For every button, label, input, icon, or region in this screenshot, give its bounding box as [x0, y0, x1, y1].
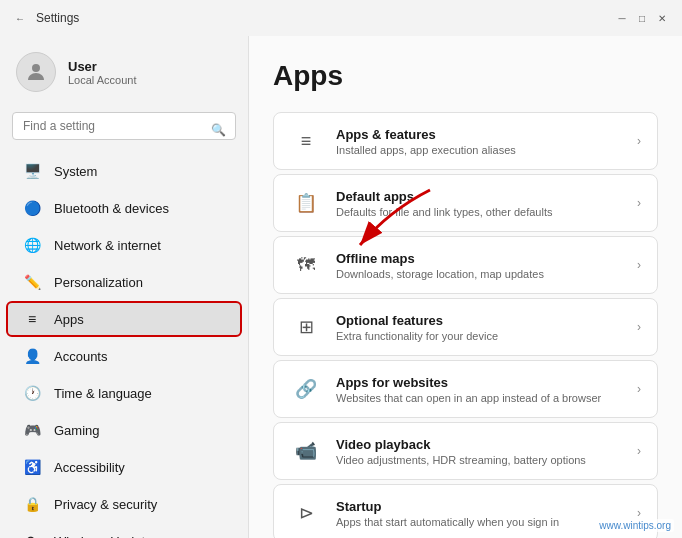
- sidebar-item-personalization[interactable]: ✏️Personalization: [6, 264, 242, 300]
- sidebar-item-network[interactable]: 🌐Network & internet: [6, 227, 242, 263]
- page-title: Apps: [273, 60, 658, 92]
- chevron-icon-video-playback: ›: [637, 444, 641, 458]
- setting-item-optional-features[interactable]: ⊞Optional featuresExtra functionality fo…: [273, 298, 658, 356]
- apps-websites-icon: 🔗: [290, 373, 322, 405]
- close-button[interactable]: ✕: [654, 10, 670, 26]
- back-button[interactable]: ←: [12, 10, 28, 26]
- watermark: www.wintips.org: [596, 519, 674, 532]
- sidebar-item-label-time: Time & language: [54, 386, 152, 401]
- sidebar-item-time[interactable]: 🕐Time & language: [6, 375, 242, 411]
- setting-desc-default-apps: Defaults for file and link types, other …: [336, 206, 637, 218]
- offline-maps-icon: 🗺: [290, 249, 322, 281]
- setting-text-offline-maps: Offline mapsDownloads, storage location,…: [336, 251, 637, 280]
- accessibility-icon: ♿: [22, 457, 42, 477]
- user-info: User Local Account: [68, 59, 137, 86]
- title-bar: ← Settings ─ □ ✕: [0, 0, 682, 36]
- setting-item-apps-features[interactable]: ≡Apps & featuresInstalled apps, app exec…: [273, 112, 658, 170]
- chevron-icon-apps-websites: ›: [637, 382, 641, 396]
- settings-list: ≡Apps & featuresInstalled apps, app exec…: [273, 112, 658, 538]
- sidebar-item-privacy[interactable]: 🔒Privacy & security: [6, 486, 242, 522]
- update-icon: ⟳: [22, 531, 42, 538]
- setting-desc-startup: Apps that start automatically when you s…: [336, 516, 637, 528]
- bluetooth-icon: 🔵: [22, 198, 42, 218]
- privacy-icon: 🔒: [22, 494, 42, 514]
- setting-name-startup: Startup: [336, 499, 637, 514]
- sidebar-item-gaming[interactable]: 🎮Gaming: [6, 412, 242, 448]
- setting-desc-optional-features: Extra functionality for your device: [336, 330, 637, 342]
- setting-item-video-playback[interactable]: 📹Video playbackVideo adjustments, HDR st…: [273, 422, 658, 480]
- window-title: Settings: [36, 11, 79, 25]
- optional-features-icon: ⊞: [290, 311, 322, 343]
- setting-text-video-playback: Video playbackVideo adjustments, HDR str…: [336, 437, 637, 466]
- setting-text-default-apps: Default appsDefaults for file and link t…: [336, 189, 637, 218]
- sidebar-item-label-apps: Apps: [54, 312, 84, 327]
- setting-name-video-playback: Video playback: [336, 437, 637, 452]
- setting-item-offline-maps[interactable]: 🗺Offline mapsDownloads, storage location…: [273, 236, 658, 294]
- setting-desc-apps-features: Installed apps, app execution aliases: [336, 144, 637, 156]
- sidebar-item-label-gaming: Gaming: [54, 423, 100, 438]
- sidebar-item-label-system: System: [54, 164, 97, 179]
- sidebar-item-system[interactable]: 🖥️System: [6, 153, 242, 189]
- minimize-button[interactable]: ─: [614, 10, 630, 26]
- chevron-icon-default-apps: ›: [637, 196, 641, 210]
- content-area: Apps ≡Apps & featuresInstalled apps, app…: [248, 36, 682, 538]
- video-playback-icon: 📹: [290, 435, 322, 467]
- sidebar-item-accounts[interactable]: 👤Accounts: [6, 338, 242, 374]
- system-icon: 🖥️: [22, 161, 42, 181]
- avatar: [16, 52, 56, 92]
- setting-name-offline-maps: Offline maps: [336, 251, 637, 266]
- sidebar-item-update[interactable]: ⟳Windows Update: [6, 523, 242, 538]
- sidebar-item-bluetooth[interactable]: 🔵Bluetooth & devices: [6, 190, 242, 226]
- network-icon: 🌐: [22, 235, 42, 255]
- chevron-icon-offline-maps: ›: [637, 258, 641, 272]
- sidebar-item-label-accounts: Accounts: [54, 349, 107, 364]
- svg-point-0: [32, 64, 40, 72]
- setting-name-optional-features: Optional features: [336, 313, 637, 328]
- setting-item-apps-websites[interactable]: 🔗Apps for websitesWebsites that can open…: [273, 360, 658, 418]
- setting-text-startup: StartupApps that start automatically whe…: [336, 499, 637, 528]
- user-profile[interactable]: User Local Account: [0, 44, 248, 108]
- chevron-icon-optional-features: ›: [637, 320, 641, 334]
- chevron-icon-startup: ›: [637, 506, 641, 520]
- user-subtitle: Local Account: [68, 74, 137, 86]
- setting-name-default-apps: Default apps: [336, 189, 637, 204]
- gaming-icon: 🎮: [22, 420, 42, 440]
- default-apps-icon: 📋: [290, 187, 322, 219]
- personalization-icon: ✏️: [22, 272, 42, 292]
- search-container: 🔍: [0, 108, 248, 152]
- user-name: User: [68, 59, 137, 74]
- time-icon: 🕐: [22, 383, 42, 403]
- setting-desc-apps-websites: Websites that can open in an app instead…: [336, 392, 637, 404]
- setting-desc-video-playback: Video adjustments, HDR streaming, batter…: [336, 454, 637, 466]
- apps-icon: ≡: [22, 309, 42, 329]
- app-container: User Local Account 🔍 🖥️System🔵Bluetooth …: [0, 36, 682, 538]
- sidebar-item-label-update: Windows Update: [54, 534, 152, 539]
- setting-name-apps-features: Apps & features: [336, 127, 637, 142]
- setting-text-apps-websites: Apps for websitesWebsites that can open …: [336, 375, 637, 404]
- chevron-icon-apps-features: ›: [637, 134, 641, 148]
- sidebar-item-label-privacy: Privacy & security: [54, 497, 157, 512]
- accounts-icon: 👤: [22, 346, 42, 366]
- maximize-button[interactable]: □: [634, 10, 650, 26]
- setting-desc-offline-maps: Downloads, storage location, map updates: [336, 268, 637, 280]
- sidebar-item-label-personalization: Personalization: [54, 275, 143, 290]
- sidebar: User Local Account 🔍 🖥️System🔵Bluetooth …: [0, 36, 248, 538]
- setting-name-apps-websites: Apps for websites: [336, 375, 637, 390]
- setting-text-apps-features: Apps & featuresInstalled apps, app execu…: [336, 127, 637, 156]
- sidebar-item-accessibility[interactable]: ♿Accessibility: [6, 449, 242, 485]
- sidebar-item-apps[interactable]: ≡Apps: [6, 301, 242, 337]
- startup-icon: ⊳: [290, 497, 322, 529]
- sidebar-item-label-network: Network & internet: [54, 238, 161, 253]
- window-controls: ─ □ ✕: [614, 10, 670, 26]
- setting-item-default-apps[interactable]: 📋Default appsDefaults for file and link …: [273, 174, 658, 232]
- search-input[interactable]: [12, 112, 236, 140]
- nav-list: 🖥️System🔵Bluetooth & devices🌐Network & i…: [0, 152, 248, 538]
- sidebar-item-label-bluetooth: Bluetooth & devices: [54, 201, 169, 216]
- apps-features-icon: ≡: [290, 125, 322, 157]
- setting-text-optional-features: Optional featuresExtra functionality for…: [336, 313, 637, 342]
- sidebar-item-label-accessibility: Accessibility: [54, 460, 125, 475]
